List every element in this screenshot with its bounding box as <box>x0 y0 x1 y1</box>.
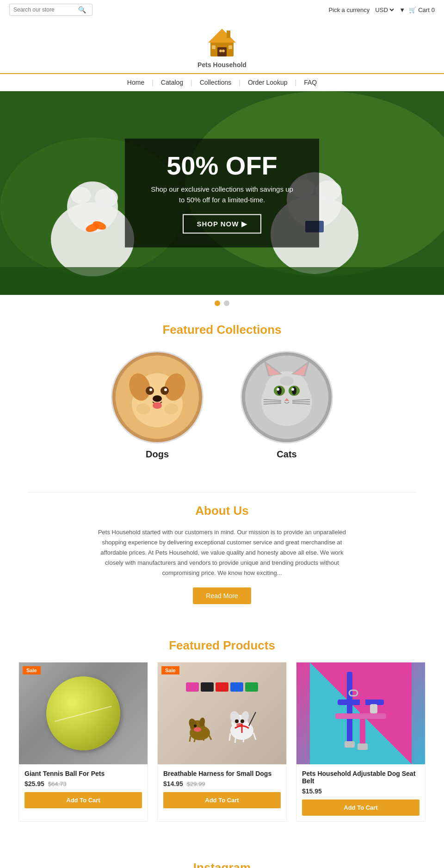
product-3-name: Pets Household Adjustable Dog Seat Belt <box>302 770 419 785</box>
svg-rect-82 <box>347 672 352 746</box>
dogs-label: Dogs <box>111 449 204 460</box>
svg-line-75 <box>249 712 256 726</box>
sale-badge-1: Sale <box>23 666 41 674</box>
svg-point-33 <box>153 402 162 409</box>
add-to-cart-3[interactable]: Add To Cart <box>302 799 419 816</box>
product-1-name: Giant Tennis Ball For Pets <box>25 770 142 777</box>
svg-rect-86 <box>345 741 355 748</box>
cats-circle <box>240 351 333 443</box>
svg-rect-3 <box>212 45 216 49</box>
svg-point-72 <box>240 719 244 723</box>
nav-home[interactable]: Home <box>120 79 152 86</box>
product-3-image-area <box>296 662 425 764</box>
collection-cats[interactable]: Cats <box>240 351 333 460</box>
product-card-3[interactable]: Pets Household Adjustable Dog Seat Belt … <box>296 662 426 822</box>
hero-banner: 50% OFF Shop our exclusive collections w… <box>0 91 444 295</box>
featured-collections-title: Featured Collections <box>0 323 444 337</box>
svg-point-7 <box>222 50 225 52</box>
logo-icon <box>204 24 240 61</box>
search-button[interactable]: 🔍 <box>78 6 86 13</box>
product-2-image <box>158 662 286 764</box>
svg-point-13 <box>95 188 118 207</box>
search-input[interactable] <box>13 6 78 13</box>
collections-row: Dogs <box>0 346 444 474</box>
product-3-price-row: $15.95 <box>302 787 419 795</box>
product-2-price-row: $14.95 $29.99 <box>163 780 281 787</box>
nav-collections[interactable]: Collections <box>192 79 239 86</box>
currency-select[interactable]: USD EUR GBP <box>373 6 395 14</box>
svg-point-19 <box>315 181 341 201</box>
product-2-info: Breathable Harness for Small Dogs $14.95… <box>158 764 286 814</box>
product-3-info: Pets Household Adjustable Dog Seat Belt … <box>296 764 425 821</box>
tennis-seam <box>55 706 112 722</box>
logo-area: Pets Household <box>0 19 444 74</box>
svg-rect-84 <box>360 676 365 746</box>
product-2-name: Breathable Harness for Small Dogs <box>163 770 281 777</box>
svg-line-65 <box>194 737 195 742</box>
carousel-dots <box>0 295 444 312</box>
products-grid: Sale Giant Tennis Ball For Pets $25.95 $… <box>18 662 426 822</box>
dog-image <box>116 356 199 439</box>
instagram-section: Instagram <box>0 840 444 868</box>
svg-rect-87 <box>358 743 368 750</box>
svg-point-14 <box>71 187 91 204</box>
svg-point-35 <box>164 403 178 414</box>
harness-colors-row <box>186 682 258 692</box>
read-more-button[interactable]: Read More <box>193 587 251 604</box>
svg-point-56 <box>280 376 294 386</box>
search-wrapper: 🔍 <box>9 4 92 16</box>
svg-rect-22 <box>0 267 444 295</box>
svg-marker-1 <box>208 29 236 43</box>
svg-point-71 <box>235 719 239 723</box>
carousel-dot-1[interactable] <box>215 300 220 306</box>
product-3-image <box>296 662 425 764</box>
nav-order-lookup[interactable]: Order Lookup <box>240 79 295 86</box>
add-to-cart-2[interactable]: Add To Cart <box>163 792 281 808</box>
sale-badge-2: Sale <box>161 666 179 674</box>
svg-point-46 <box>292 387 296 395</box>
leash-svg <box>310 662 412 764</box>
dogs-circle <box>111 351 204 443</box>
svg-line-77 <box>243 735 244 742</box>
cart-icon: 🛒 <box>409 6 416 13</box>
about-title: About Us <box>9 504 435 518</box>
shop-now-arrow: ▶ <box>241 220 247 228</box>
svg-line-76 <box>253 733 256 740</box>
about-divider <box>28 492 416 493</box>
shop-now-button[interactable]: SHOP NOW ▶ <box>183 214 261 234</box>
collection-dogs[interactable]: Dogs <box>111 351 204 460</box>
nav-catalog[interactable]: Catalog <box>154 79 191 86</box>
brand-name: Pets Household <box>197 61 247 69</box>
featured-products-section: Featured Products Sale Giant Tennis Ball… <box>0 618 444 840</box>
svg-line-78 <box>235 736 236 743</box>
product-1-original-price: $64.73 <box>48 781 67 787</box>
harness-blue <box>230 682 243 692</box>
tennis-ball-visual <box>46 676 120 750</box>
currency-arrow-icon: ▼ <box>399 6 405 13</box>
harness-pink <box>186 682 199 692</box>
product-1-price-row: $25.95 $64.73 <box>25 780 142 787</box>
svg-rect-2 <box>217 47 227 56</box>
svg-rect-85 <box>335 713 386 719</box>
hero-discount-text: 50% OFF <box>148 153 296 179</box>
cats-label: Cats <box>240 449 333 460</box>
cat-image <box>245 356 328 439</box>
top-bar: 🔍 Pick a currency USD EUR GBP ▼ 🛒 Cart 0 <box>0 0 444 19</box>
svg-point-32 <box>153 395 162 402</box>
svg-point-34 <box>136 403 150 414</box>
product-2-price: $14.95 <box>163 780 183 787</box>
svg-point-31 <box>164 388 167 391</box>
hero-subtitle: Shop our exclusive collections with savi… <box>148 184 296 205</box>
product-card-1[interactable]: Sale Giant Tennis Ball For Pets $25.95 $… <box>18 662 148 822</box>
product-card-2[interactable]: Sale <box>157 662 287 822</box>
nav-faq[interactable]: FAQ <box>296 79 324 86</box>
cart-count: 0 <box>432 6 435 13</box>
carousel-dot-2[interactable] <box>224 300 229 306</box>
cart-button[interactable]: 🛒 Cart 0 <box>409 6 435 13</box>
small-dog-2 <box>226 703 258 744</box>
svg-point-62 <box>194 727 201 732</box>
svg-rect-89 <box>370 704 377 713</box>
add-to-cart-1[interactable]: Add To Cart <box>25 792 142 808</box>
main-nav: Home | Catalog | Collections | Order Loo… <box>0 74 444 91</box>
svg-point-61 <box>194 724 197 727</box>
